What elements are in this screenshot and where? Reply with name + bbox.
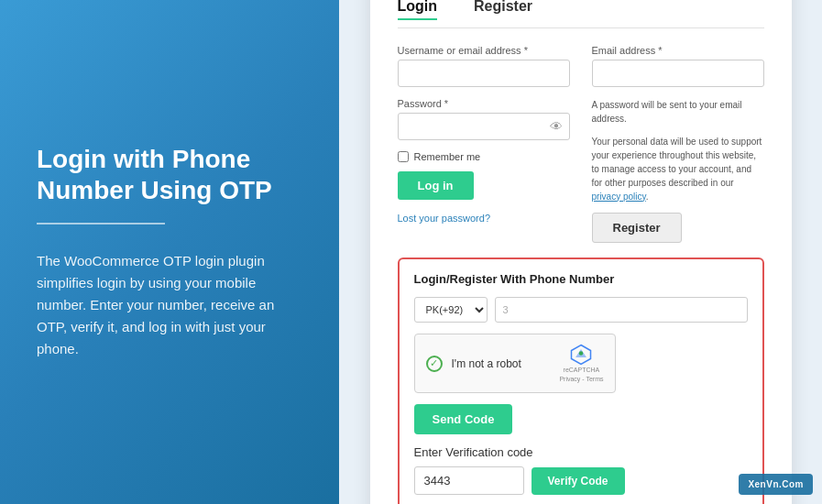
login-column: Username or email address * Password * 👁…: [398, 45, 570, 243]
tab-login[interactable]: Login: [398, 0, 438, 20]
password-label: Password *: [398, 98, 570, 109]
verify-code-button[interactable]: Verify Code: [532, 467, 625, 495]
remember-me-row: Remember me: [398, 151, 570, 162]
recaptcha-label: I'm not a robot: [452, 357, 553, 370]
country-select[interactable]: PK(+92) US(+1) UK(+44) IN(+91): [414, 297, 488, 323]
remember-checkbox[interactable]: [398, 151, 409, 162]
description-text: The WooCommerce OTP login plugin simplif…: [37, 250, 302, 360]
login-card: Login Register Username or email address…: [370, 0, 792, 504]
username-input-wrap: [398, 60, 570, 87]
privacy-link[interactable]: privacy policy: [592, 192, 646, 202]
password-sent-note: A password will be sent to your email ad…: [592, 100, 742, 124]
email-label: Email address *: [592, 45, 764, 56]
check-icon: ✓: [430, 357, 438, 369]
register-column: Email address * A password will be sent …: [592, 45, 764, 243]
remember-label: Remember me: [414, 151, 481, 162]
tab-register[interactable]: Register: [474, 0, 532, 20]
verify-row: Verify Code: [414, 466, 748, 495]
verify-label: Enter Verification code: [414, 445, 748, 459]
register-button[interactable]: Register: [592, 213, 682, 243]
recaptcha-privacy-terms: Privacy - Terms: [559, 375, 603, 384]
page-title: Login with Phone Number Using OTP: [37, 144, 302, 205]
tabs-row: Login Register: [398, 0, 764, 28]
password-input[interactable]: [398, 113, 570, 140]
phone-input-row: PK(+92) US(+1) UK(+44) IN(+91): [414, 297, 748, 323]
recaptcha-logo-icon: [570, 344, 592, 366]
email-input[interactable]: [592, 60, 764, 87]
phone-otp-section: Login/Register With Phone Number PK(+92)…: [398, 257, 764, 504]
verification-code-input[interactable]: [414, 466, 524, 495]
eye-icon[interactable]: 👁: [550, 119, 563, 134]
watermark: XenVn.Com: [739, 474, 813, 495]
phone-number-input[interactable]: [495, 297, 748, 323]
left-panel: Login with Phone Number Using OTP The Wo…: [0, 0, 339, 504]
login-button[interactable]: Log in: [398, 171, 474, 200]
divider: [37, 223, 165, 225]
recaptcha-brand: reCAPTCHA: [559, 366, 603, 375]
username-label: Username or email address *: [398, 45, 570, 56]
password-input-wrap: 👁: [398, 113, 570, 140]
privacy-note: Your personal data will be used to suppo…: [592, 135, 764, 203]
register-note: A password will be sent to your email ad…: [592, 98, 764, 126]
username-input[interactable]: [398, 60, 570, 87]
privacy-text: Your personal data will be used to suppo…: [592, 137, 762, 188]
right-panel: Login Register Username or email address…: [339, 0, 822, 504]
recaptcha-checkmark: ✓: [426, 356, 443, 372]
recaptcha-links: reCAPTCHA Privacy - Terms: [559, 366, 603, 384]
phone-section-title: Login/Register With Phone Number: [414, 272, 748, 286]
columns: Username or email address * Password * 👁…: [398, 45, 764, 243]
email-input-wrap: [592, 60, 764, 87]
lost-password-link[interactable]: Lost your password?: [398, 213, 570, 224]
recaptcha-logo: reCAPTCHA Privacy - Terms: [559, 344, 603, 384]
recaptcha-box[interactable]: ✓ I'm not a robot reCAPTCHA Privacy - Te…: [414, 334, 616, 394]
svg-point-0: [579, 351, 584, 356]
send-code-button[interactable]: Send Code: [414, 404, 513, 434]
